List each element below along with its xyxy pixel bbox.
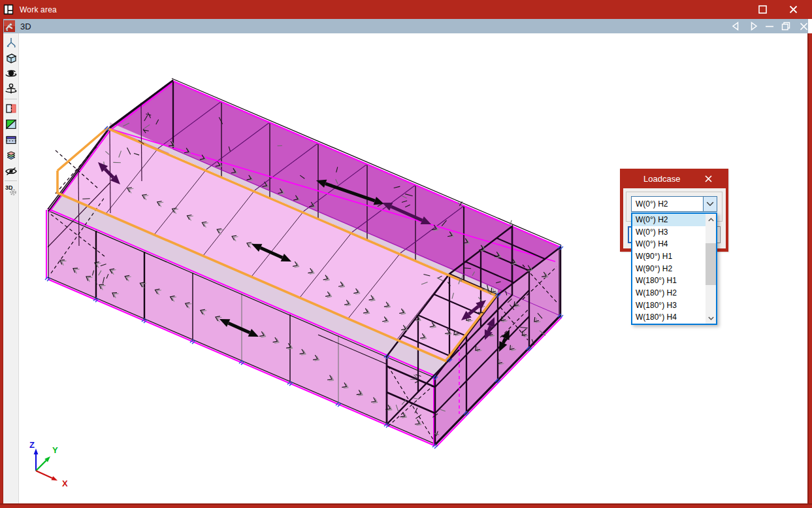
hide-eye-icon xyxy=(4,165,18,177)
combobox-value: W(0°) H2 xyxy=(636,199,668,209)
loadcase-combobox[interactable]: W(0°) H2 xyxy=(631,196,717,212)
chevron-down-icon xyxy=(708,316,714,320)
dropdown-item[interactable]: W(180°) H2 xyxy=(632,287,706,299)
tab-nav-back-button[interactable] xyxy=(729,21,741,31)
layers-icon xyxy=(5,149,18,162)
model-3d-tab-icon xyxy=(4,20,15,32)
ucs-axes-icon xyxy=(5,36,18,49)
workplane-icon xyxy=(5,133,18,146)
tab-nav-forward-button[interactable] xyxy=(748,21,760,31)
toolbar-separator xyxy=(5,180,17,181)
window-border-left xyxy=(0,19,3,508)
tab-close-icon xyxy=(800,22,808,31)
section-view-icon xyxy=(5,102,18,115)
toolbar-separator xyxy=(5,99,17,99)
toolbar-render-3d-button[interactable]: 3D xyxy=(3,182,19,198)
minimize-icon xyxy=(765,22,774,31)
dialog-close-button[interactable] xyxy=(702,173,714,184)
window-border-bottom xyxy=(0,503,812,508)
dialog-title: Loadcase xyxy=(643,174,680,184)
toolbar-hide-objects-button[interactable] xyxy=(3,163,19,179)
axis-label-z: Z xyxy=(29,440,35,450)
diagonal-view-icon xyxy=(5,118,18,131)
view-toolbar: 3D xyxy=(3,33,19,503)
toolbar-rotate-view-button[interactable] xyxy=(3,82,19,97)
app-icon xyxy=(3,4,14,15)
dropdown-item[interactable]: W(0°) H4 xyxy=(632,238,706,250)
scrollbar-thumb[interactable] xyxy=(706,243,716,285)
window-titlebar: Work area xyxy=(0,0,812,19)
maximize-icon xyxy=(758,5,767,14)
dropdown-item[interactable]: W(180°) H3 xyxy=(632,299,706,312)
loadcase-dropdown-list: W(0°) H2W(0°) H3W(0°) H4W(90°) H1W(90°) … xyxy=(631,212,717,325)
tab-3d-label[interactable]: 3D xyxy=(20,22,31,31)
view-cube-icon xyxy=(5,52,18,65)
dropdown-item[interactable]: W(0°) H2 xyxy=(632,214,706,226)
toolbar-orbit-view-button[interactable] xyxy=(3,66,19,82)
nav-back-icon xyxy=(731,22,739,31)
dropdown-item[interactable]: W(90°) H2 xyxy=(632,263,706,275)
toolbar-diagonal-view-button[interactable] xyxy=(3,116,19,132)
dropdown-item[interactable]: W(0°) H3 xyxy=(632,226,706,239)
coordinate-triad: ZYX xyxy=(29,440,68,488)
chevron-up-icon xyxy=(708,218,714,222)
chevron-down-icon xyxy=(706,201,714,207)
application-window: Work area 3D xyxy=(0,0,812,508)
dropdown-item[interactable]: W(180°) H1 xyxy=(632,275,706,287)
toolbar-layers-button[interactable] xyxy=(3,148,19,163)
combobox-dropdown-button[interactable] xyxy=(703,197,717,211)
dialog-close-icon xyxy=(705,175,712,182)
scrollbar-up-button[interactable] xyxy=(706,214,716,225)
toolbar-workplane-button[interactable] xyxy=(3,132,19,148)
toolbar-section-view-button[interactable] xyxy=(3,101,19,116)
dropdown-items: W(0°) H2W(0°) H3W(0°) H4W(90°) H1W(90°) … xyxy=(632,214,706,324)
render-3d-icon: 3D xyxy=(4,183,18,197)
maximize-button[interactable] xyxy=(757,4,768,15)
dropdown-item[interactable]: W(90°) H1 xyxy=(632,250,706,263)
tab-minimize-button[interactable] xyxy=(764,21,775,31)
close-window-button[interactable] xyxy=(788,4,799,15)
toolbar-view-cube-button[interactable] xyxy=(3,50,19,66)
window-border-right xyxy=(807,33,812,508)
orbit-view-icon xyxy=(4,67,18,80)
axis-label-x: X xyxy=(62,479,68,488)
scrollbar-down-button[interactable] xyxy=(706,313,716,324)
tab-close-button[interactable] xyxy=(798,21,809,31)
restore-icon xyxy=(781,22,790,31)
tab-restore-button[interactable] xyxy=(780,21,792,31)
dropdown-item[interactable]: W(180°) H4 xyxy=(632,311,706,324)
rotate-view-icon xyxy=(4,82,18,97)
window-title: Work area xyxy=(20,5,57,14)
document-tabbar: 3D xyxy=(3,19,808,33)
nav-forward-icon xyxy=(750,22,758,31)
axis-label-y: Y xyxy=(52,445,58,455)
close-icon xyxy=(789,5,798,14)
toolbar-ucs-axes-button[interactable] xyxy=(3,35,19,50)
dropdown-scrollbar[interactable] xyxy=(706,214,716,324)
